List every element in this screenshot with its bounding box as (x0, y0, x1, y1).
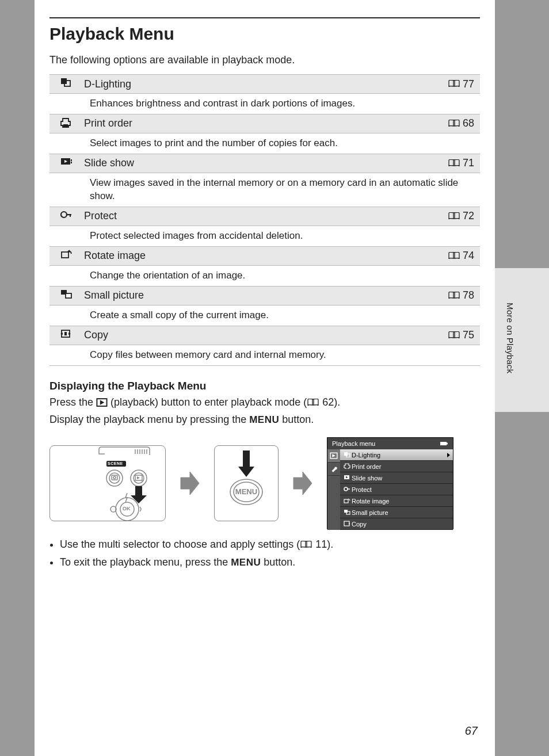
menu-button-label: MENU (231, 557, 261, 568)
battery-icon (440, 440, 448, 447)
bullet-item: Use the multi selector to choose and app… (60, 536, 480, 553)
slide-icon (49, 157, 84, 170)
page-reference: 72 (448, 210, 480, 222)
svg-marker-53 (181, 472, 199, 495)
menu-label: MENU (215, 487, 278, 496)
manual-page: More on Playback Playback Menu The follo… (35, 0, 495, 756)
option-description: Create a small copy of the current image… (49, 306, 480, 326)
copy-icon (342, 521, 352, 528)
option-description: View images saved in the internal memory… (49, 173, 480, 207)
svg-point-41 (109, 473, 120, 483)
lcd-menu-item: Copy (340, 518, 453, 530)
svg-rect-60 (447, 443, 448, 445)
copy-icon (49, 329, 84, 342)
bullet-item: To exit the playback menu, press the MEN… (60, 554, 480, 571)
lcd-menu-list: D-LightingPrint orderSlide showProtectRo… (340, 449, 453, 530)
small-icon (342, 509, 352, 516)
svg-rect-56 (243, 450, 250, 468)
bullet-list: Use the multi selector to choose and app… (60, 536, 480, 571)
section-thumb-tab: More on Playback (495, 268, 549, 412)
option-label: Slide show (84, 157, 448, 169)
arrow-right-icon (292, 471, 313, 496)
option-label: Copy (84, 329, 448, 341)
lcd-item-label: Slide show (352, 475, 382, 482)
small-icon (49, 289, 84, 302)
option-label: Small picture (84, 289, 448, 301)
lcd-item-label: Copy (352, 521, 367, 528)
svg-rect-59 (440, 442, 447, 445)
lcd-item-label: Protect (352, 486, 372, 493)
lcd-menu-item: Protect (340, 484, 453, 495)
page-reference: 71 (448, 157, 480, 169)
option-label: Print order (84, 117, 448, 129)
lcd-menu-item: Small picture (340, 507, 453, 518)
paragraph-2: Display the playback menu by pressing th… (49, 412, 480, 427)
book-ref-icon (300, 541, 312, 549)
rotate-icon (342, 498, 352, 505)
option-label: Protect (84, 210, 448, 222)
page-reference: 68 (448, 117, 480, 129)
lcd-side-tabs (327, 449, 340, 530)
option-row-header: D-Lighting77 (49, 75, 480, 94)
option-row-header: Copy75 (49, 326, 480, 345)
lcd-item-label: Print order (352, 463, 381, 470)
option-row-header: Protect72 (49, 207, 480, 226)
lcd-tab-setup (327, 463, 340, 476)
camera-back-illustration: SCENE OK (49, 445, 166, 521)
svg-marker-58 (293, 472, 312, 495)
page-reference: 74 (448, 250, 480, 262)
option-label: Rotate image (84, 250, 448, 262)
protect-icon (342, 486, 352, 493)
lcd-menu-item: Print order (340, 461, 453, 472)
paragraph-1: Press the (playback) button to enter pla… (49, 395, 480, 410)
lcd-item-label: D-Lighting (352, 452, 380, 459)
svg-rect-42 (112, 475, 117, 480)
ok-label: OK (123, 506, 131, 511)
option-description: Copy files between memory card and inter… (49, 345, 480, 366)
svg-marker-47 (137, 476, 140, 479)
page-reference: 75 (448, 329, 480, 341)
option-description: Enhances brightness and contrast in dark… (49, 94, 480, 114)
svg-point-43 (113, 476, 116, 479)
section-tab-label: More on Playback (505, 303, 515, 373)
option-description: Select images to print and the number of… (49, 133, 480, 154)
page-reference: 77 (448, 78, 480, 90)
svg-marker-61 (447, 453, 450, 457)
figure-row: SCENE OK MENU Playback menu (49, 437, 480, 529)
heading-rule: Playback Menu (49, 17, 480, 44)
page-reference: 78 (448, 289, 480, 301)
page-number: 67 (465, 724, 478, 738)
option-label: D-Lighting (84, 78, 448, 90)
intro-text: The following options are available in p… (49, 54, 480, 66)
option-row-header: Print order68 (49, 114, 480, 133)
lcd-title-text: Playback menu (332, 440, 375, 447)
menu-button-illustration: MENU (214, 445, 279, 521)
slide-icon (342, 475, 352, 482)
svg-point-40 (106, 470, 123, 486)
lcd-item-label: Small picture (352, 509, 388, 516)
svg-rect-51 (135, 486, 142, 497)
svg-marker-57 (238, 467, 254, 477)
lcd-tab-playback (327, 449, 340, 463)
playback-icon (96, 398, 108, 407)
options-table: D-Lighting77Enhances brightness and cont… (49, 74, 480, 366)
dlight-icon (342, 452, 352, 459)
arrow-right-icon (180, 471, 200, 496)
rotate-icon (49, 250, 84, 262)
chevron-right-icon (446, 453, 451, 457)
lcd-menu-item: D-Lighting (340, 449, 453, 461)
print-icon (342, 463, 352, 470)
protect-icon (49, 210, 84, 223)
option-description: Protect selected images from accidental … (49, 226, 480, 247)
option-row-header: Slide show71 (49, 154, 480, 173)
lcd-title-bar: Playback menu (327, 438, 453, 449)
lcd-item-label: Rotate image (352, 498, 389, 505)
option-description: Change the orientation of an image. (49, 266, 480, 287)
option-row-header: Small picture78 (49, 287, 480, 306)
option-row-header: Rotate image74 (49, 247, 480, 266)
menu-button-label: MENU (249, 414, 279, 425)
lcd-menu-item: Slide show (340, 472, 453, 484)
scene-label: SCENE (108, 461, 123, 465)
sub-heading: Displaying the Playback Menu (49, 380, 480, 392)
page-title: Playback Menu (49, 24, 480, 44)
